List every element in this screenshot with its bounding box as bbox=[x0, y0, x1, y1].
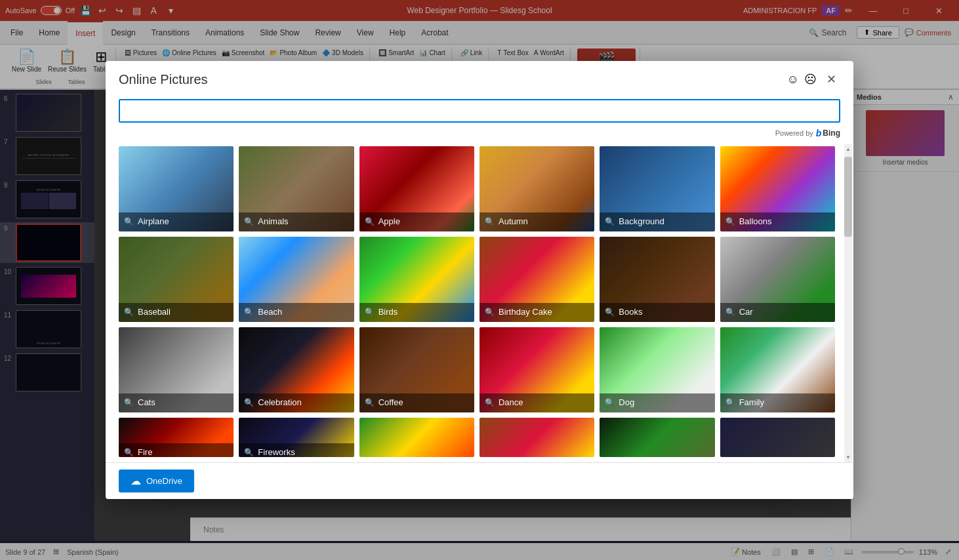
search-icon: 🔍 bbox=[605, 398, 615, 407]
smiley-sad-icon[interactable]: ☹ bbox=[804, 72, 817, 87]
category-label: Celebration bbox=[258, 397, 302, 407]
category-cats[interactable]: 🔍 Cats bbox=[119, 327, 234, 412]
search-icon: 🔍 bbox=[124, 217, 134, 226]
category-baseball[interactable]: 🔍 Baseball bbox=[119, 237, 234, 322]
modal-scrollbar[interactable]: ▲ ▼ bbox=[844, 144, 852, 462]
category-label: Apple bbox=[378, 216, 400, 226]
category-beach[interactable]: 🔍 Beach bbox=[239, 237, 354, 322]
category-label: Baseball bbox=[138, 307, 171, 317]
search-icon: 🔍 bbox=[485, 217, 495, 226]
search-icon: 🔍 bbox=[124, 398, 134, 407]
category-forest[interactable] bbox=[600, 418, 714, 457]
category-celebration[interactable]: 🔍 Celebration bbox=[239, 327, 354, 412]
category-coffee[interactable]: 🔍 Coffee bbox=[359, 327, 474, 412]
category-autumn[interactable]: 🔍 Autumn bbox=[480, 146, 594, 231]
category-label: Car bbox=[739, 307, 753, 317]
category-label: Autumn bbox=[499, 216, 528, 226]
category-dance[interactable]: 🔍 Dance bbox=[480, 327, 594, 412]
scrollbar-thumb[interactable] bbox=[844, 157, 852, 237]
category-balloons[interactable]: 🔍 Balloons bbox=[720, 146, 835, 231]
modal-overlay: Online Pictures ☺ ☹ ✕ Powered by b Bing bbox=[0, 0, 959, 560]
modal-grid-area[interactable]: 🔍 Airplane 🔍 Animals bbox=[106, 144, 853, 462]
search-icon: 🔍 bbox=[244, 398, 254, 407]
category-label: Coffee bbox=[378, 397, 403, 407]
category-label: Dance bbox=[499, 397, 523, 407]
category-dog[interactable]: 🔍 Dog bbox=[600, 327, 714, 412]
search-icon: 🔍 bbox=[244, 308, 254, 317]
category-fireworks[interactable]: 🔍 Fireworks bbox=[239, 418, 354, 457]
category-books[interactable]: 🔍 Books bbox=[600, 237, 714, 322]
category-car[interactable]: 🔍 Car bbox=[720, 237, 835, 322]
search-icon: 🔍 bbox=[365, 308, 375, 317]
search-icon: 🔍 bbox=[605, 217, 615, 226]
search-icon: 🔍 bbox=[485, 308, 495, 317]
category-food[interactable] bbox=[480, 418, 594, 457]
category-label: Cats bbox=[138, 397, 155, 407]
modal-header: Online Pictures ☺ ☹ ✕ bbox=[106, 61, 853, 94]
modal-title: Online Pictures bbox=[119, 72, 208, 87]
smiley-happy-icon[interactable]: ☺ bbox=[787, 73, 799, 87]
category-label: Fireworks bbox=[258, 447, 295, 457]
onedrive-button[interactable]: ☁ OneDrive bbox=[119, 470, 194, 492]
category-label: Airplane bbox=[138, 216, 169, 226]
modal-close-button[interactable]: ✕ bbox=[822, 70, 840, 89]
search-icon: 🔍 bbox=[124, 448, 134, 457]
category-label: Background bbox=[619, 216, 664, 226]
scroll-down-button[interactable]: ▼ bbox=[845, 452, 851, 462]
category-birthday-cake[interactable]: 🔍 Birthday Cake bbox=[480, 237, 594, 322]
category-airplane[interactable]: 🔍 Airplane bbox=[119, 146, 234, 231]
onedrive-icon: ☁ bbox=[131, 475, 141, 487]
modal-search-input[interactable] bbox=[119, 99, 840, 123]
category-birds[interactable]: 🔍 Birds bbox=[359, 237, 474, 322]
modal-footer: ☁ OneDrive bbox=[106, 462, 853, 499]
modal-header-icons: ☺ ☹ ✕ bbox=[787, 70, 840, 89]
category-label: Beach bbox=[258, 307, 282, 317]
category-label: Birds bbox=[378, 307, 398, 317]
category-label: Family bbox=[739, 397, 764, 407]
category-label: Dog bbox=[619, 397, 634, 407]
category-label: Books bbox=[619, 307, 642, 317]
bing-label: Bing bbox=[823, 129, 840, 138]
category-label: Fire bbox=[138, 447, 152, 457]
search-icon: 🔍 bbox=[365, 398, 375, 407]
search-icon: 🔍 bbox=[244, 217, 254, 226]
category-apple[interactable]: 🔍 Apple bbox=[359, 146, 474, 231]
modal-grid: 🔍 Airplane 🔍 Animals bbox=[119, 146, 848, 457]
category-frog[interactable] bbox=[720, 418, 835, 457]
online-pictures-modal: Online Pictures ☺ ☹ ✕ Powered by b Bing bbox=[106, 61, 853, 499]
search-icon: 🔍 bbox=[244, 448, 254, 457]
search-icon: 🔍 bbox=[725, 217, 735, 226]
powered-by-area: Powered by b Bing bbox=[106, 125, 853, 144]
scroll-up-button[interactable]: ▲ bbox=[845, 144, 851, 154]
search-icon: 🔍 bbox=[124, 308, 134, 317]
modal-search-area bbox=[106, 94, 853, 125]
category-animals[interactable]: 🔍 Animals bbox=[239, 146, 354, 231]
category-family[interactable]: 🔍 Family bbox=[720, 327, 835, 412]
category-label: Animals bbox=[258, 216, 288, 226]
bing-logo: b Bing bbox=[816, 128, 840, 138]
bing-icon: b bbox=[816, 128, 822, 138]
category-flower[interactable] bbox=[359, 418, 474, 457]
search-icon: 🔍 bbox=[605, 308, 615, 317]
category-fire[interactable]: 🔍 Fire bbox=[119, 418, 234, 457]
powered-by-label: Powered by bbox=[775, 129, 813, 137]
search-icon: 🔍 bbox=[725, 308, 735, 317]
search-icon: 🔍 bbox=[725, 398, 735, 407]
category-label: Birthday Cake bbox=[499, 307, 552, 317]
search-icon: 🔍 bbox=[365, 217, 375, 226]
search-icon: 🔍 bbox=[485, 398, 495, 407]
category-background[interactable]: 🔍 Background bbox=[600, 146, 714, 231]
onedrive-label: OneDrive bbox=[146, 476, 182, 486]
category-label: Balloons bbox=[739, 216, 772, 226]
